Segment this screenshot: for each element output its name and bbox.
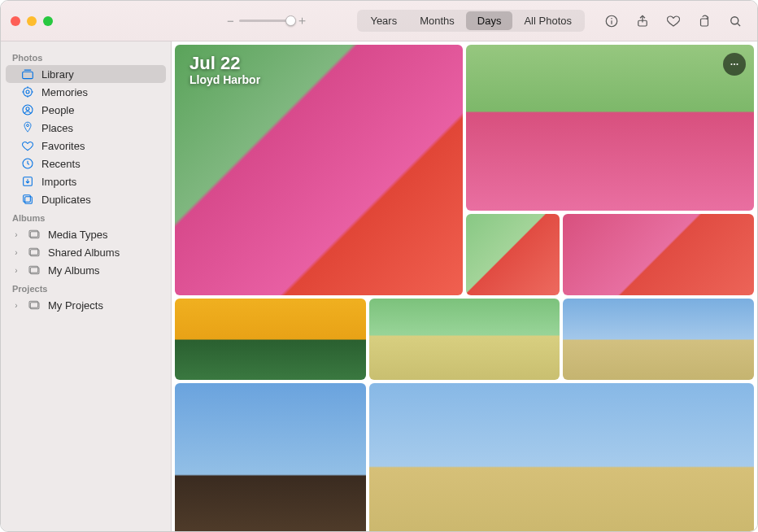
photo-thumbnail[interactable]	[563, 214, 754, 295]
clock-icon	[20, 157, 35, 170]
search-button[interactable]	[721, 9, 749, 33]
svg-point-31	[736, 63, 738, 65]
album-icon	[27, 228, 41, 241]
download-icon	[20, 175, 35, 188]
photo-thumbnail[interactable]	[369, 383, 754, 531]
svg-point-29	[730, 63, 732, 65]
svg-point-9	[26, 90, 29, 94]
view-segmented-control: Years Months Days All Photos	[357, 10, 585, 32]
photo-stack-icon	[20, 68, 35, 81]
info-circle-icon	[604, 14, 619, 28]
sidebar-item-label: Places	[41, 122, 73, 134]
favorite-button[interactable]	[660, 9, 687, 33]
zoom-track[interactable]	[239, 20, 291, 22]
chevron-right-icon[interactable]: ›	[12, 266, 20, 275]
sidebar-item-label: Favorites	[41, 140, 85, 152]
photo-grid-content[interactable]: Jul 22 Lloyd Harbor	[172, 41, 757, 531]
sidebar-item-label: Media Types	[48, 229, 107, 241]
memories-icon	[20, 85, 35, 98]
zoom-out-icon[interactable]: −	[227, 14, 234, 28]
more-actions-button[interactable]	[723, 53, 746, 76]
heart-icon	[666, 14, 681, 28]
person-circle-icon	[20, 103, 35, 116]
svg-point-30	[734, 63, 735, 65]
sidebar-item-label: Memories	[41, 86, 88, 98]
svg-line-6	[738, 23, 740, 25]
svg-rect-19	[25, 197, 33, 204]
sidebar-item-label: Shared Albums	[48, 246, 120, 259]
svg-point-2	[611, 17, 612, 19]
photo-thumbnail[interactable]: Jul 22 Lloyd Harbor	[175, 45, 463, 295]
day-header: Jul 22 Lloyd Harbor	[190, 53, 260, 86]
svg-point-8	[24, 88, 33, 97]
sidebar-item-label: Library	[41, 68, 74, 81]
sidebar-item-label: My Albums	[48, 264, 100, 277]
zoom-slider[interactable]: − ＋	[227, 13, 308, 28]
photo-thumbnail[interactable]	[466, 45, 754, 211]
window-controls	[11, 16, 53, 26]
sidebar-section-photos: Photos	[6, 48, 166, 65]
photo-thumbnail[interactable]	[563, 299, 754, 380]
ellipsis-icon	[729, 59, 740, 70]
svg-point-5	[731, 16, 738, 24]
sidebar-item-my-projects[interactable]: › My Projects	[6, 296, 166, 314]
sidebar-item-duplicates[interactable]: Duplicates	[6, 190, 166, 208]
tab-all-photos[interactable]: All Photos	[512, 11, 583, 30]
share-button[interactable]	[629, 9, 656, 33]
sidebar-item-label: People	[41, 104, 74, 116]
sidebar-item-label: Duplicates	[41, 194, 91, 206]
svg-rect-7	[23, 72, 33, 78]
zoom-thumb[interactable]	[285, 15, 296, 26]
sidebar-item-library[interactable]: Library	[6, 65, 166, 83]
sidebar-item-my-albums[interactable]: › My Albums	[6, 261, 166, 279]
zoom-in-icon[interactable]: ＋	[296, 13, 308, 28]
toolbar-actions	[598, 9, 749, 33]
sidebar-section-albums: Albums	[6, 208, 166, 225]
sidebar-section-projects: Projects	[6, 279, 166, 296]
sidebar: Photos Library Memories People Places Fa…	[1, 41, 172, 531]
info-button[interactable]	[598, 9, 625, 33]
chevron-right-icon[interactable]: ›	[12, 248, 20, 257]
photo-thumbnail[interactable]	[175, 383, 366, 531]
sidebar-item-label: Recents	[41, 158, 81, 170]
share-icon	[635, 14, 650, 28]
svg-rect-20	[24, 195, 31, 203]
album-icon	[27, 299, 41, 312]
sidebar-item-label: My Projects	[48, 299, 103, 312]
rotate-button[interactable]	[690, 9, 718, 33]
minimize-window-button[interactable]	[27, 16, 37, 26]
zoom-window-button[interactable]	[43, 16, 53, 26]
sidebar-item-favorites[interactable]: Favorites	[6, 137, 166, 155]
heart-icon	[20, 139, 35, 152]
photo-thumbnail[interactable]	[175, 299, 366, 380]
chevron-right-icon[interactable]: ›	[12, 230, 20, 239]
close-window-button[interactable]	[11, 16, 20, 26]
rectangle-stack-icon	[20, 193, 35, 206]
sidebar-item-label: Imports	[41, 176, 76, 188]
svg-point-15	[26, 107, 29, 111]
svg-point-16	[27, 124, 29, 127]
photo-thumbnail[interactable]	[369, 299, 560, 380]
toolbar: − ＋ Years Months Days All Photos	[1, 1, 757, 41]
sidebar-item-memories[interactable]: Memories	[6, 83, 166, 101]
tab-years[interactable]: Years	[359, 11, 408, 30]
sidebar-item-places[interactable]: Places	[6, 119, 166, 137]
rotate-icon	[697, 14, 712, 28]
photo-thumbnail[interactable]	[466, 214, 560, 295]
sidebar-item-shared-albums[interactable]: › Shared Albums	[6, 243, 166, 261]
tab-months[interactable]: Months	[408, 11, 466, 30]
sidebar-item-people[interactable]: People	[6, 101, 166, 119]
sidebar-item-media-types[interactable]: › Media Types	[6, 225, 166, 243]
day-photo-grid: Jul 22 Lloyd Harbor	[175, 45, 754, 531]
day-location: Lloyd Harbor	[190, 73, 260, 86]
album-icon	[27, 264, 41, 277]
search-icon	[728, 14, 743, 28]
sidebar-item-imports[interactable]: Imports	[6, 172, 166, 190]
chevron-right-icon[interactable]: ›	[12, 301, 20, 310]
album-icon	[27, 246, 41, 259]
svg-rect-4	[701, 19, 708, 26]
pin-icon	[20, 121, 35, 134]
day-date: Jul 22	[190, 53, 260, 74]
sidebar-item-recents[interactable]: Recents	[6, 155, 166, 172]
tab-days[interactable]: Days	[466, 11, 513, 30]
